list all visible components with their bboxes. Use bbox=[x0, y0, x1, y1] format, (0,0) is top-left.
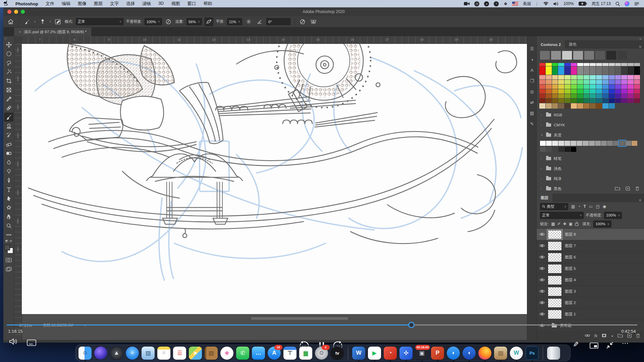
opacity-field[interactable]: 100%∨ bbox=[145, 18, 162, 25]
swatch-group-纯净[interactable]: ›纯净 bbox=[537, 174, 644, 184]
palette-swatch[interactable] bbox=[584, 84, 590, 89]
annotate-pencil-icon[interactable]: ✎ bbox=[573, 341, 579, 349]
gray-swatch[interactable] bbox=[601, 141, 607, 146]
dock-app-eagle-app[interactable]: ◖ bbox=[463, 347, 476, 360]
menu-app-name[interactable]: Photoshop bbox=[12, 1, 42, 6]
palette-swatch[interactable] bbox=[584, 99, 590, 103]
layer-visibility-eye-icon[interactable] bbox=[539, 232, 545, 237]
palette-swatch[interactable] bbox=[628, 94, 634, 98]
path-select-tool[interactable] bbox=[4, 194, 13, 203]
tool-preset-brush-icon[interactable] bbox=[23, 18, 31, 26]
timeline-scrubber-knob[interactable] bbox=[408, 322, 415, 328]
palette-swatch[interactable] bbox=[565, 99, 571, 103]
palette-swatch-earth[interactable] bbox=[596, 103, 602, 109]
gray-swatch[interactable] bbox=[540, 141, 546, 146]
palette-swatch[interactable] bbox=[609, 89, 615, 94]
delete-layer-trash-icon[interactable] bbox=[636, 334, 640, 339]
palette-swatch[interactable] bbox=[590, 84, 596, 89]
layer-name[interactable]: 穷奇组 bbox=[560, 323, 572, 328]
palette-swatch[interactable] bbox=[602, 66, 608, 75]
palette-swatch[interactable] bbox=[577, 66, 583, 75]
palette-swatch-earth[interactable] bbox=[539, 103, 545, 109]
palette-swatch[interactable] bbox=[609, 94, 615, 98]
layer-name[interactable]: 图层 7 bbox=[565, 243, 576, 248]
palette-swatch[interactable] bbox=[602, 80, 608, 84]
palette-swatch[interactable] bbox=[552, 84, 558, 89]
lock-transparency-icon[interactable]: ▦ bbox=[551, 222, 555, 226]
home-icon[interactable] bbox=[7, 18, 15, 26]
adjustment-layer-icon[interactable]: ◑ bbox=[611, 334, 613, 338]
actions-panel-icon[interactable]: ⇄ bbox=[530, 100, 534, 105]
quick-gray-swatch[interactable] bbox=[584, 51, 594, 60]
clone-stamp-tool[interactable] bbox=[4, 122, 13, 131]
palette-swatch[interactable] bbox=[577, 63, 583, 66]
gray-swatch[interactable] bbox=[632, 141, 637, 146]
palette-swatch[interactable] bbox=[565, 63, 571, 66]
palette-swatch[interactable] bbox=[546, 66, 552, 75]
layer-visibility-eye-icon[interactable] bbox=[539, 266, 545, 271]
menu-item-视图[interactable]: 视图 bbox=[168, 1, 184, 7]
palette-swatch[interactable] bbox=[590, 63, 596, 66]
palette-swatch[interactable] bbox=[621, 63, 627, 66]
gray-swatch[interactable] bbox=[558, 147, 564, 152]
palette-swatch-earth[interactable] bbox=[577, 103, 583, 109]
dock-app-keynote[interactable]: ⊤ bbox=[283, 347, 297, 360]
dock-app-firefox[interactable] bbox=[478, 347, 491, 360]
history-panel-icon[interactable]: ▤ bbox=[530, 111, 534, 116]
gradient-tool[interactable] bbox=[4, 149, 13, 158]
dock-app-siri[interactable] bbox=[94, 347, 107, 360]
palette-swatch[interactable] bbox=[590, 80, 596, 84]
gray-swatch[interactable] bbox=[540, 147, 546, 152]
layer-row[interactable]: 图层 2 bbox=[537, 297, 644, 309]
gray-swatch[interactable] bbox=[626, 141, 631, 146]
palette-swatch-earth[interactable] bbox=[558, 103, 564, 109]
palette-swatch[interactable] bbox=[628, 89, 634, 94]
menu-item-图层[interactable]: 图层 bbox=[90, 1, 106, 7]
palette-swatch[interactable] bbox=[565, 66, 571, 75]
palette-swatch[interactable] bbox=[577, 99, 583, 103]
notification-center-icon[interactable] bbox=[634, 2, 639, 6]
quick-gray-swatch[interactable] bbox=[606, 51, 616, 60]
palette-swatch[interactable] bbox=[539, 94, 545, 98]
menu-item-滤镜[interactable]: 滤镜 bbox=[139, 1, 155, 7]
link-layers-icon[interactable] bbox=[585, 334, 590, 338]
flow-field[interactable]: 56%∨ bbox=[186, 18, 202, 25]
palette-swatch[interactable] bbox=[539, 80, 545, 84]
palette-swatch[interactable] bbox=[590, 94, 596, 98]
menu-item-选择[interactable]: 选择 bbox=[122, 1, 139, 7]
layer-visibility-eye-icon[interactable] bbox=[539, 323, 545, 328]
layer-name[interactable]: 图层 5 bbox=[565, 266, 576, 271]
new-swatch-icon[interactable] bbox=[626, 186, 630, 191]
dock-app-finder[interactable]: ☺ bbox=[78, 347, 92, 360]
palette-swatch[interactable] bbox=[552, 80, 558, 84]
subtitle-icon[interactable] bbox=[27, 340, 36, 346]
palette-swatch[interactable] bbox=[571, 89, 577, 94]
palette-swatch[interactable] bbox=[577, 84, 583, 89]
dock-app-launchpad[interactable]: ▲ bbox=[110, 347, 123, 360]
palette-swatch[interactable] bbox=[552, 75, 558, 79]
layer-row[interactable]: 图层 8 bbox=[537, 229, 644, 240]
palette-swatch[interactable] bbox=[552, 63, 558, 66]
palette-swatch[interactable] bbox=[571, 80, 577, 84]
status-app-icon-3[interactable]: + bbox=[494, 1, 499, 6]
picture-in-picture-icon[interactable] bbox=[590, 343, 598, 349]
palette-swatch[interactable] bbox=[596, 63, 602, 66]
palette-swatch[interactable] bbox=[558, 89, 564, 94]
palette-swatch[interactable] bbox=[596, 80, 602, 84]
palette-swatch[interactable] bbox=[609, 66, 615, 75]
brush-picker-caret[interactable]: ∨ bbox=[49, 20, 51, 23]
layer-row[interactable]: 图层 3 bbox=[537, 286, 644, 297]
lasso-tool[interactable] bbox=[4, 58, 13, 67]
palette-swatch[interactable] bbox=[609, 99, 615, 103]
gray-swatch[interactable] bbox=[577, 141, 582, 146]
crop-tool[interactable] bbox=[4, 76, 13, 85]
status-app-icon-1[interactable]: ◷ bbox=[474, 1, 479, 6]
layer-thumbnail[interactable] bbox=[548, 230, 562, 239]
palette-swatch[interactable] bbox=[609, 84, 615, 89]
palette-swatch[interactable] bbox=[584, 89, 590, 94]
palette-swatch[interactable] bbox=[565, 89, 571, 94]
quick-gray-swatch[interactable] bbox=[540, 51, 550, 60]
input-source-label[interactable]: 美国 bbox=[523, 1, 531, 7]
palette-swatch[interactable] bbox=[621, 99, 627, 103]
palette-swatch-earth[interactable] bbox=[584, 103, 590, 109]
